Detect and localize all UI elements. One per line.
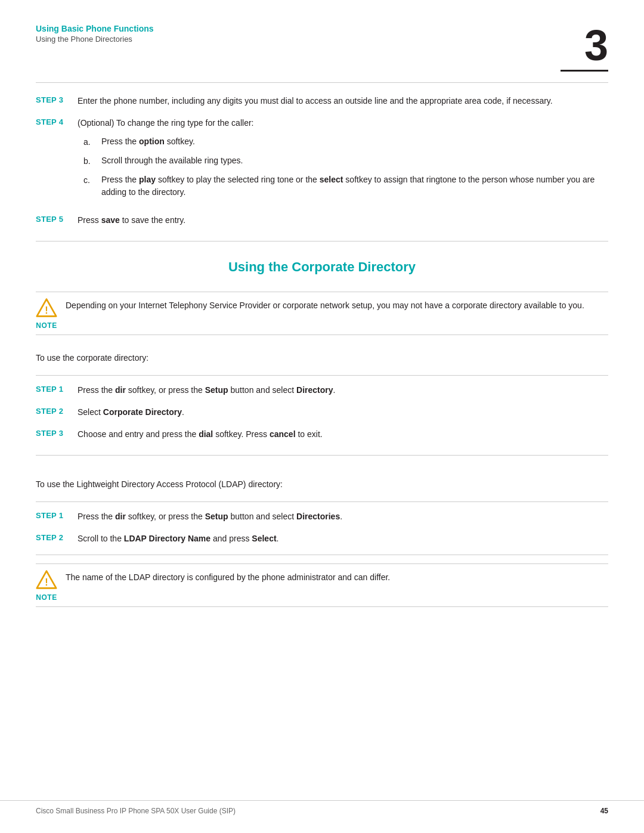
corp-step-2-content: Select Corporate Directory.: [78, 406, 608, 419]
section-divider-2: [36, 455, 608, 456]
svg-text:!: !: [45, 577, 48, 587]
sub-step-4a-content: Press the option softkey.: [101, 135, 608, 148]
corp-step-1: STEP 1 Press the dir softkey, or press t…: [36, 384, 608, 397]
corp-step-3: STEP 3 Choose and entry and press the di…: [36, 428, 608, 441]
page-container: Using Basic Phone Functions Using the Ph…: [0, 0, 644, 833]
footer-left-text: Cisco Small Business Pro IP Phone SPA 50…: [36, 807, 236, 815]
chapter-title: Using Basic Phone Functions: [36, 24, 154, 33]
ldap-step-2-label: STEP 2: [36, 532, 78, 542]
warning-icon-1: !: [36, 297, 57, 320]
step-divider-ldap-2: [36, 555, 608, 555]
step-5-top-label: STEP 5: [36, 214, 78, 224]
step-4-label: STEP 4: [36, 117, 78, 126]
corp-step-1-label: STEP 1: [36, 384, 78, 394]
note-bottom-rule-2: [36, 606, 608, 607]
ldap-step-2-content: Scroll to the LDAP Directory Name and pr…: [78, 532, 608, 545]
corp-step-3-content: Choose and entry and press the dial soft…: [78, 428, 608, 441]
note-label-1: NOTE: [36, 321, 57, 330]
para-corporate: To use the corporate directory:: [36, 347, 608, 364]
sub-step-4c-label: c.: [83, 174, 101, 187]
sub-step-4c: c. Press the play softkey to play the se…: [83, 174, 608, 199]
corp-step-2-label: STEP 2: [36, 406, 78, 416]
sub-step-4b-label: b.: [83, 154, 101, 168]
note-block-2: ! NOTE The name of the LDAP directory is…: [36, 563, 608, 602]
sub-step-4b-content: Scroll through the available ring types.: [101, 154, 608, 167]
note-label-2: NOTE: [36, 593, 57, 602]
note-icon-container-2: ! NOTE: [36, 569, 57, 602]
step-3-top-label: STEP 3: [36, 95, 78, 104]
step-3-top: STEP 3 Enter the phone number, including…: [36, 95, 608, 107]
step-divider-ldap-1: [36, 501, 608, 502]
note-text-1: Depending on your Internet Telephony Ser…: [66, 297, 608, 312]
note-text-2: The name of the LDAP directory is config…: [66, 569, 608, 584]
header-text-block: Using Basic Phone Functions Using the Ph…: [36, 24, 154, 44]
step-5-top-content: Press save to save the entry.: [78, 214, 608, 227]
page-header: Using Basic Phone Functions Using the Ph…: [0, 0, 644, 72]
chapter-number-block: 3: [561, 24, 608, 72]
step-4: STEP 4 (Optional) To change the ring typ…: [36, 117, 608, 205]
ldap-step-2: STEP 2 Scroll to the LDAP Directory Name…: [36, 532, 608, 545]
note-block-1: ! NOTE Depending on your Internet Teleph…: [36, 292, 608, 330]
sub-step-4c-content: Press the play softkey to play the selec…: [101, 174, 608, 199]
warning-icon-2: !: [36, 569, 57, 592]
chapter-line: [561, 70, 608, 72]
sub-step-4a: a. Press the option softkey.: [83, 135, 608, 148]
footer-page-number: 45: [600, 807, 608, 815]
corp-step-1-content: Press the dir softkey, or press the Setu…: [78, 384, 608, 397]
chapter-subtitle: Using the Phone Directories: [36, 35, 154, 44]
section-title: Using the Corporate Directory: [36, 259, 608, 275]
corp-step-2: STEP 2 Select Corporate Directory.: [36, 406, 608, 419]
step-5-top: STEP 5 Press save to save the entry.: [36, 214, 608, 227]
step-4-content: (Optional) To change the ring type for t…: [78, 117, 608, 205]
note-icon-container-1: ! NOTE: [36, 297, 57, 330]
para-ldap: To use the Lightweight Directory Access …: [36, 473, 608, 491]
ldap-step-1: STEP 1 Press the dir softkey, or press t…: [36, 510, 608, 523]
sub-step-4b: b. Scroll through the available ring typ…: [83, 154, 608, 168]
chapter-number: 3: [584, 24, 608, 67]
step-3-top-content: Enter the phone number, including any di…: [78, 95, 608, 107]
corp-step-3-label: STEP 3: [36, 428, 78, 438]
page-footer: Cisco Small Business Pro IP Phone SPA 50…: [0, 800, 644, 815]
main-content: STEP 3 Enter the phone number, including…: [0, 83, 644, 655]
ldap-step-1-content: Press the dir softkey, or press the Setu…: [78, 510, 608, 523]
sub-step-4a-label: a.: [83, 135, 101, 148]
ldap-step-1-label: STEP 1: [36, 510, 78, 520]
section-heading: Using the Corporate Directory: [36, 259, 608, 275]
sub-steps-4: a. Press the option softkey. b. Scroll t…: [78, 135, 608, 199]
note-bottom-rule-1: [36, 335, 608, 335]
section-divider-1: [36, 241, 608, 241]
step-divider-corp-1: [36, 375, 608, 376]
chapter-header: Using Basic Phone Functions Using the Ph…: [36, 24, 608, 72]
svg-text:!: !: [45, 305, 48, 315]
